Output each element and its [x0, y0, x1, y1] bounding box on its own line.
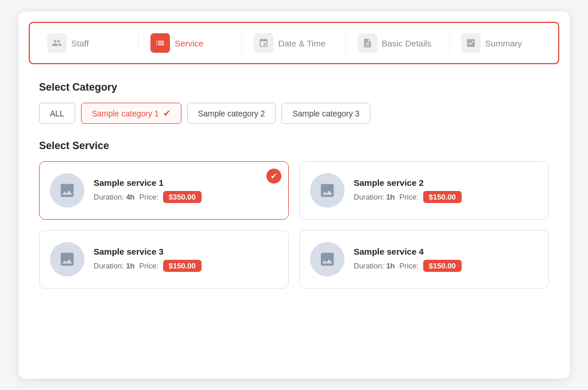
service-info-3: Sample service 3 Duration: 1h Price: $15… [94, 247, 278, 272]
step-basicdetails-label: Basic Details [382, 38, 432, 48]
service-avatar-1 [50, 173, 84, 208]
service-title: Select Service [39, 140, 549, 152]
basicdetails-icon [358, 33, 377, 53]
staff-icon [47, 33, 67, 53]
price-badge-3: $150.00 [163, 260, 202, 272]
category-1-label: Sample category 1 [92, 109, 159, 118]
step-staff-label: Staff [71, 38, 89, 48]
service-meta-3: Duration: 1h Price: $150.00 [94, 260, 278, 272]
service-info-4: Sample service 4 Duration: 1h Price: $15… [354, 247, 538, 272]
price-label-3: Price: [140, 262, 158, 270]
service-icon [150, 33, 170, 53]
selected-check-1: ✔ [266, 169, 281, 184]
service-avatar-3 [50, 242, 84, 276]
category-title: Select Category [39, 81, 549, 93]
service-grid: Sample service 1 Duration: 4h Price: $35… [39, 161, 549, 288]
price-label-1: Price: [140, 193, 158, 201]
service-avatar-4 [310, 242, 345, 276]
category-2[interactable]: Sample category 2 [187, 103, 276, 124]
service-card-3[interactable]: Sample service 3 Duration: 1h Price: $15… [39, 230, 289, 288]
service-meta-1: Duration: 4h Price: $350.00 [94, 191, 278, 203]
service-card-1[interactable]: Sample service 1 Duration: 4h Price: $35… [39, 161, 289, 220]
service-meta-4: Duration: 1h Price: $150.00 [354, 260, 538, 272]
category-1-check-icon: ✔ [163, 108, 171, 119]
step-summary-label: Summary [485, 38, 522, 48]
service-card-4[interactable]: Sample service 4 Duration: 1h Price: $15… [299, 230, 549, 288]
price-badge-1: $350.00 [163, 191, 202, 203]
step-service[interactable]: Service [139, 23, 242, 63]
step-summary[interactable]: Summary [450, 23, 552, 63]
category-3[interactable]: Sample category 3 [281, 103, 370, 124]
price-badge-4: $150.00 [423, 260, 462, 272]
duration-label-4: Duration: 1h [354, 262, 395, 270]
step-datetime[interactable]: Date & Time [242, 23, 345, 63]
service-name-3: Sample service 3 [94, 247, 278, 256]
category-filters: ALL Sample category 1 ✔ Sample category … [39, 103, 549, 124]
duration-label-3: Duration: 1h [94, 262, 135, 270]
service-name-1: Sample service 1 [94, 178, 278, 188]
service-info-2: Sample service 2 Duration: 1h Price: $15… [354, 178, 538, 203]
duration-label-1: Duration: 4h [94, 193, 135, 201]
service-card-2[interactable]: Sample service 2 Duration: 1h Price: $15… [299, 161, 549, 220]
service-avatar-2 [310, 173, 345, 208]
price-label-2: Price: [400, 193, 419, 201]
service-name-4: Sample service 4 [354, 247, 538, 256]
service-name-2: Sample service 2 [354, 178, 538, 188]
service-info-1: Sample service 1 Duration: 4h Price: $35… [94, 178, 278, 203]
summary-icon [461, 33, 481, 53]
category-section: Select Category ALL Sample category 1 ✔ … [39, 81, 549, 124]
price-badge-2: $150.00 [423, 191, 462, 203]
price-label-4: Price: [400, 262, 419, 270]
stepper: Staff Service Date & Time Basic Details [29, 22, 559, 64]
step-datetime-label: Date & Time [278, 38, 326, 48]
category-all[interactable]: ALL [39, 103, 75, 124]
service-section: Select Service Sample service 1 Duration… [39, 140, 549, 288]
service-meta-2: Duration: 1h Price: $150.00 [354, 191, 538, 203]
datetime-icon [254, 33, 273, 53]
content-area: Select Category ALL Sample category 1 ✔ … [18, 64, 570, 288]
step-staff[interactable]: Staff [36, 23, 138, 63]
category-1[interactable]: Sample category 1 ✔ [81, 103, 181, 124]
step-basicdetails[interactable]: Basic Details [346, 23, 449, 63]
step-service-label: Service [175, 38, 203, 48]
duration-label-2: Duration: 1h [354, 193, 395, 201]
main-container: Staff Service Date & Time Basic Details [18, 11, 570, 379]
